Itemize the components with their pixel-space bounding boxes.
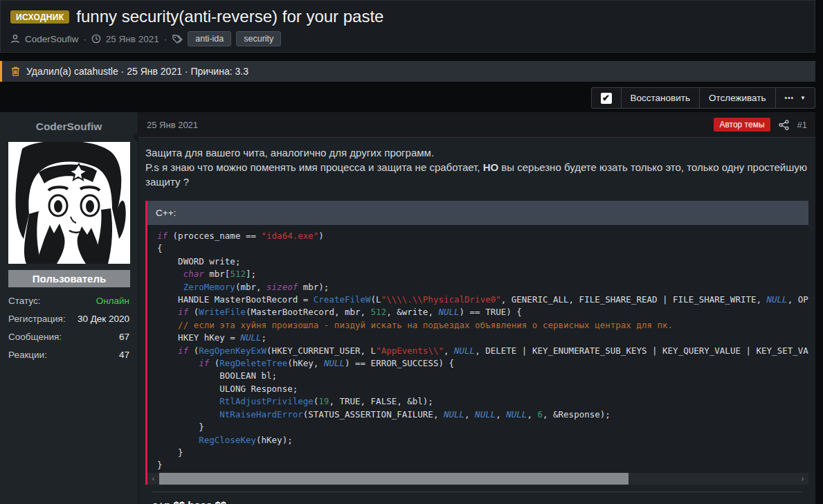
- post-date[interactable]: 25 Янв 2021: [147, 120, 714, 130]
- scroll-right-arrow[interactable]: ›: [797, 473, 808, 485]
- thread-title: funny security(anti-reverse) for your pa…: [76, 7, 383, 26]
- post-content-area: 25 Янв 2021 Автор темы #1 Защита для ваш…: [138, 112, 815, 504]
- stat-label: Регистрация:: [8, 314, 66, 324]
- stat-registration: Регистрация: 30 Дек 2020: [8, 314, 129, 324]
- stat-value: 47: [119, 350, 129, 360]
- deleted-banner-text: Удалил(а) catahustle · 25 Янв 2021 · При…: [26, 66, 248, 77]
- tag-anti-ida[interactable]: anti-ida: [188, 31, 231, 46]
- chevron-down-icon: ▼: [800, 95, 806, 101]
- clock-icon: [91, 34, 101, 44]
- stat-messages: Сообщения: 67: [8, 332, 129, 342]
- post-paragraph: P.s я знаю что можно поменять имя процес…: [145, 160, 808, 189]
- moderation-toolbar: ✔ Восстановить Отслеживать •••▼: [0, 87, 815, 109]
- tags-icon: [172, 34, 183, 44]
- thread-author-badge: Автор темы: [714, 118, 770, 132]
- scrollbar-thumb[interactable]: [159, 473, 628, 485]
- post-number-link[interactable]: #1: [797, 120, 807, 130]
- user-stats: Статус: Онлайн Регистрация: 30 Дек 2020 …: [8, 296, 129, 360]
- post-body: Защита для вашего чита, аналогично для д…: [138, 138, 815, 504]
- post-author-sidebar: CoderSoufiw: [0, 112, 138, 504]
- user-role-label: Пользователь: [8, 270, 130, 287]
- post-signature: c+p $$ boss $$: [152, 492, 802, 504]
- scrollbar-track[interactable]: [159, 473, 797, 485]
- watch-button-label: Отслеживать: [709, 93, 766, 103]
- code-lines: if (procces_name == "ida64.exe"){ DWORD …: [147, 225, 808, 473]
- stat-status: Статус: Онлайн: [8, 296, 129, 306]
- restore-button[interactable]: Восстановить: [622, 87, 700, 109]
- ellipsis-icon: •••: [785, 94, 795, 102]
- share-icon[interactable]: [779, 120, 789, 130]
- trash-icon: [10, 66, 21, 77]
- restore-button-label: Восстановить: [631, 93, 690, 103]
- stat-label: Сообщения:: [8, 332, 62, 342]
- checkbox-check-icon: ✔: [601, 93, 612, 104]
- stat-reactions: Реакции: 47: [8, 350, 129, 360]
- avatar[interactable]: [8, 142, 130, 264]
- post-date-row: 25 Янв 2021 Автор темы #1: [138, 112, 815, 138]
- stat-value: 30 Дек 2020: [78, 314, 129, 324]
- code-block: C++: if (procces_name == "ida64.exe"){ D…: [145, 201, 808, 485]
- stat-value-online: Онлайн: [96, 296, 129, 306]
- tag-security[interactable]: security: [236, 31, 281, 46]
- more-options-button[interactable]: •••▼: [776, 87, 815, 109]
- user-icon: [10, 34, 20, 44]
- post-bubble-arrow: [133, 132, 138, 143]
- avatar-image: [8, 142, 130, 264]
- stat-label: Статус:: [8, 296, 40, 306]
- code-language-label: C++:: [147, 201, 808, 225]
- meta-separator: ·: [83, 34, 87, 44]
- post-1: CoderSoufiw: [0, 112, 815, 504]
- thread-header: ИСХОДНИК funny security(anti-reverse) fo…: [0, 0, 815, 53]
- thread-date[interactable]: 25 Янв 2021: [106, 34, 159, 44]
- thread-author-link[interactable]: CoderSoufiw: [25, 34, 78, 44]
- select-post-checkbox[interactable]: ✔: [591, 87, 622, 109]
- stat-value: 67: [119, 332, 129, 342]
- thread-prefix-badge[interactable]: ИСХОДНИК: [10, 10, 69, 24]
- meta-separator: ·: [164, 34, 168, 44]
- post-paragraph: Защита для вашего чита, аналогично для д…: [145, 145, 808, 160]
- watch-button[interactable]: Отслеживать: [700, 87, 776, 109]
- scroll-left-arrow[interactable]: ‹: [147, 473, 159, 485]
- deleted-banner: Удалил(а) catahustle · 25 Янв 2021 · При…: [0, 61, 815, 82]
- sidebar-username[interactable]: CoderSoufiw: [8, 120, 129, 133]
- page: ИСХОДНИК funny security(anti-reverse) fo…: [0, 0, 823, 504]
- bold-text: НО: [483, 161, 499, 173]
- stat-label: Реакции:: [8, 350, 47, 360]
- code-horizontal-scrollbar[interactable]: ‹ ›: [147, 473, 808, 485]
